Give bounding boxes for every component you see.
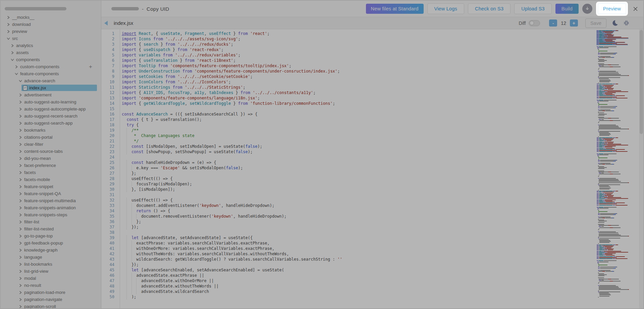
preview-button[interactable]: Preview xyxy=(598,3,626,14)
preview-spotlight: Preview xyxy=(596,2,628,16)
app-window: __mocks__downloadpreviewsrcanalyticsasse… xyxy=(0,0,644,309)
dim-overlay xyxy=(1,1,643,308)
